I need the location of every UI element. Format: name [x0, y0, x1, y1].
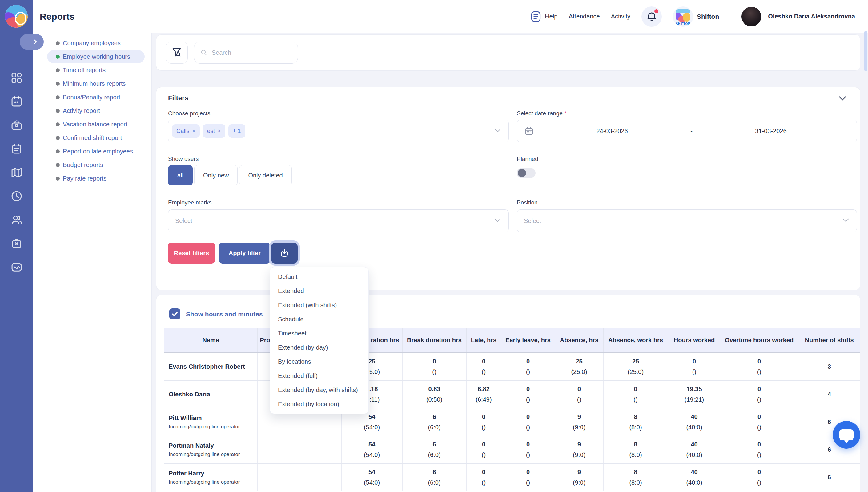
show-users-option-only-deleted[interactable]: Only deleted: [239, 165, 291, 186]
table-row[interactable]: Evans Christopher Robert25(25:0)0()0()0(…: [164, 353, 860, 380]
export-menu-item[interactable]: Default: [270, 270, 369, 284]
project-chip[interactable]: + 1: [228, 124, 245, 138]
export-menu-item[interactable]: Extended (by day): [270, 340, 369, 354]
date-separator: -: [690, 128, 693, 135]
brand-group[interactable]: SHIFTON Shifton: [673, 6, 719, 27]
table-header-row: NameProration hrsBreak duration hrsLate,…: [164, 328, 860, 353]
notifications-button[interactable]: [641, 6, 662, 27]
value-cell: 54(54:0): [342, 463, 402, 491]
table-row[interactable]: Portman NatalyIncoming/outgoing line ope…: [164, 436, 860, 463]
user-avatar[interactable]: [742, 7, 761, 26]
show-users-option-all[interactable]: all: [168, 165, 193, 186]
date-to-value[interactable]: 31-03-2026: [693, 128, 849, 135]
required-asterisk: *: [564, 110, 566, 117]
export-menu-item[interactable]: Timesheet: [270, 326, 369, 340]
date-range-label: Select date range*: [517, 110, 566, 117]
table-row[interactable]: Oleshko Daria0.18(0:11)0.83(0:50)6.82(6:…: [164, 380, 860, 408]
nav-attendance[interactable]: Attendance: [568, 13, 600, 20]
value-cell: 9(9:0): [555, 436, 603, 463]
sidebar-item[interactable]: Budget reports: [47, 158, 145, 171]
dot-icon: [56, 176, 60, 180]
employee-name-cell: Evans Christopher Robert: [164, 353, 257, 380]
briefcase-icon[interactable]: [10, 119, 23, 131]
value-cell: 0(): [501, 353, 555, 380]
search-input[interactable]: [212, 49, 291, 56]
export-menu-item[interactable]: Extended (full): [270, 369, 369, 383]
value-cell: 25(25:0): [603, 353, 668, 380]
sidebar-item[interactable]: Vacation balance report: [47, 118, 145, 131]
sidebar-item[interactable]: Pay rate reports: [47, 172, 145, 185]
users-icon[interactable]: [10, 214, 23, 226]
notepad-icon[interactable]: [10, 142, 23, 155]
export-menu-item[interactable]: Extended (with shifts): [270, 298, 369, 312]
calendar-icon[interactable]: [10, 95, 23, 108]
filters-title: Filters: [168, 94, 188, 102]
sidebar-item[interactable]: Company employees: [47, 36, 145, 50]
value-cell: 6: [798, 463, 860, 491]
remove-chip-icon[interactable]: ×: [218, 128, 221, 134]
user-name[interactable]: Oleshko Daria Aleksandrovna: [768, 13, 855, 20]
sidebar-item[interactable]: Bonus/Penalty report: [47, 91, 145, 104]
map-icon[interactable]: [10, 166, 23, 179]
sidebar-item[interactable]: Confirmed shift report: [47, 131, 145, 144]
date-from-value[interactable]: 24-03-2026: [534, 128, 690, 135]
projects-select[interactable]: Calls×est×+ 1: [168, 120, 509, 142]
sidebar-item[interactable]: Minimum hours reports: [47, 77, 145, 90]
project-chip[interactable]: Calls×: [172, 124, 200, 138]
sidebar-item[interactable]: Report on late employees: [47, 145, 145, 158]
employee-marks-select[interactable]: Select: [168, 210, 509, 232]
table-row[interactable]: Pitt WilliamIncoming/outgoing line opera…: [164, 408, 860, 436]
export-menu-item[interactable]: Extended (by location): [270, 397, 369, 411]
sidebar-item-label: Vacation balance report: [63, 121, 127, 128]
sidebar-item[interactable]: Employee working hours: [47, 50, 145, 63]
remove-chip-icon[interactable]: ×: [192, 128, 195, 134]
shifton-logo-icon: SHIFTON: [673, 6, 693, 27]
reset-filters-button[interactable]: Reset filters: [168, 243, 215, 264]
chat-bubble-icon: [839, 429, 853, 440]
scrollbar-thumb[interactable]: [864, 31, 867, 71]
value-cell: 0(): [402, 353, 466, 380]
rail-nav: [0, 71, 33, 274]
position-select[interactable]: Select: [517, 210, 857, 232]
help-button[interactable]: Help: [531, 10, 558, 23]
date-range-input[interactable]: 24-03-2026 - 31-03-2026: [517, 120, 857, 142]
export-menu-item[interactable]: Extended: [270, 284, 369, 298]
column-header: Number of shifts: [798, 328, 860, 353]
filters-collapse-button[interactable]: [839, 96, 846, 102]
value-cell: [257, 463, 286, 491]
show-users-option-only-new[interactable]: Only new: [194, 165, 238, 186]
archive-x-icon[interactable]: [10, 237, 23, 250]
value-cell: 0(): [603, 380, 668, 408]
chat-widget-button[interactable]: [832, 421, 860, 449]
topbar-divider: [730, 8, 730, 25]
employee-name: Potter Harry: [169, 470, 257, 477]
nav-activity[interactable]: Activity: [611, 13, 630, 20]
value-cell: 6.82(6:49): [466, 380, 501, 408]
table-row[interactable]: Potter HarryIncoming/outgoing line opera…: [164, 463, 860, 491]
show-hours-label[interactable]: Show hours and minutes: [186, 311, 263, 318]
dashboard-grid-icon[interactable]: [10, 71, 23, 84]
planned-toggle[interactable]: [517, 168, 536, 178]
value-cell: 8(8:0): [603, 436, 668, 463]
activity-chart-icon[interactable]: [10, 261, 23, 274]
value-cell: 8(8:0): [603, 408, 668, 436]
apply-filter-button[interactable]: Apply filter: [219, 243, 270, 264]
project-chip-label: Calls: [177, 128, 189, 134]
filter-funnel-button[interactable]: [166, 42, 188, 64]
export-menu-item[interactable]: By locations: [270, 354, 369, 369]
export-button[interactable]: [271, 243, 298, 264]
export-menu-item[interactable]: Schedule: [270, 312, 369, 326]
export-menu-item[interactable]: Extended (by day, with shifts): [270, 383, 369, 397]
checkmark-icon: [171, 311, 178, 317]
clock-icon[interactable]: [10, 190, 23, 203]
value-cell: 0(): [501, 436, 555, 463]
sidebar-expand-button[interactable]: [20, 34, 44, 50]
sidebar-item[interactable]: Activity report: [47, 104, 145, 117]
project-chip[interactable]: est×: [203, 124, 225, 138]
show-hours-checkbox[interactable]: [169, 309, 180, 319]
topbar-right: Help Attendance Activity: [531, 6, 855, 27]
select-placeholder: Select: [524, 217, 541, 224]
app-logo-icon[interactable]: [5, 5, 28, 28]
value-cell: [286, 436, 342, 463]
sidebar-item[interactable]: Time off reports: [47, 64, 145, 77]
